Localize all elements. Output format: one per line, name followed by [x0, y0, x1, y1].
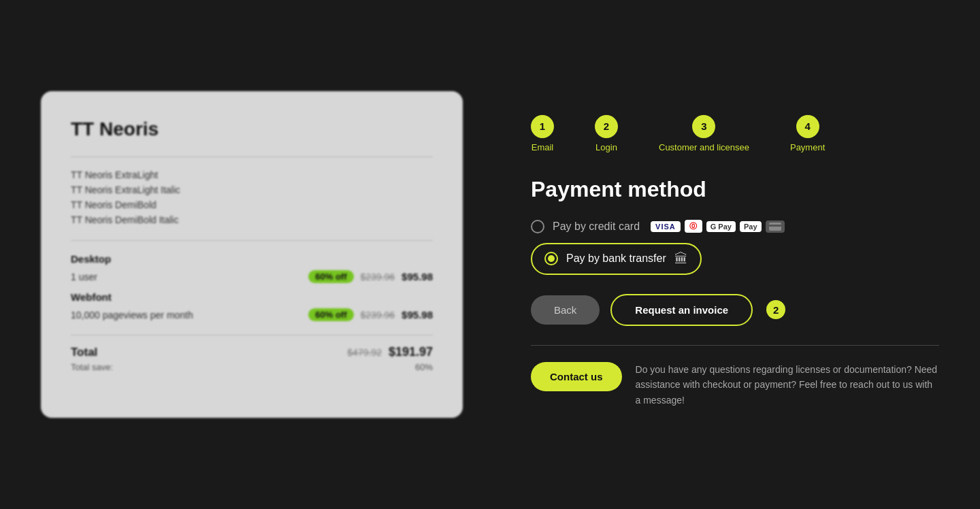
webfont-section-label: Webfont [71, 291, 433, 303]
step-2: 2 Login [595, 115, 618, 152]
variant-1: TT Neoris ExtraLight [71, 169, 433, 180]
step-2-circle: 2 [595, 115, 618, 138]
step-1-circle: 1 [531, 115, 554, 138]
request-invoice-button[interactable]: Request an invoice [610, 294, 753, 326]
divider-right [531, 345, 939, 346]
step-1-label: Email [532, 142, 554, 152]
svg-rect-1 [769, 225, 781, 227]
desktop-discount-badge: 60% off [308, 270, 353, 283]
payment-options: Pay by credit card VISA ⓪ G Pay Pay Pay … [531, 220, 939, 275]
page-container: TT Neoris TT Neoris ExtraLight TT Neoris… [0, 0, 980, 509]
font-variants-list: TT Neoris ExtraLight TT Neoris ExtraLigh… [71, 169, 433, 225]
divider-3 [71, 335, 433, 335]
visa-icon: VISA [651, 221, 681, 232]
credit-card-option[interactable]: Pay by credit card VISA ⓪ G Pay Pay [531, 220, 939, 233]
step-1: 1 Email [531, 115, 554, 152]
back-button[interactable]: Back [531, 295, 600, 325]
total-original-price: $479.92 [347, 347, 382, 358]
radio-inner-dot [548, 255, 555, 262]
action-buttons-row: Back Request an invoice 2 [531, 294, 939, 326]
desktop-user-label: 1 user [71, 272, 97, 282]
total-row: Total $479.92 $191.97 [71, 345, 433, 359]
divider-2 [71, 240, 433, 241]
contact-text: Do you have any questions regarding lice… [636, 362, 939, 408]
bank-transfer-option[interactable]: Pay by bank transfer 🏛 [531, 243, 702, 275]
bank-transfer-radio[interactable] [544, 252, 558, 265]
variant-3: TT Neoris DemiBold [71, 199, 433, 210]
step-4-circle: 4 [796, 115, 819, 138]
variant-2: TT Neoris ExtraLight Italic [71, 184, 433, 195]
divider-1 [71, 157, 433, 157]
desktop-pricing: 60% off $239.96 $95.98 [308, 270, 433, 283]
step-3-label: Customer and licensee [659, 142, 749, 152]
total-prices: $479.92 $191.97 [347, 345, 433, 359]
webfont-user-label: 10,000 pageviews per month [71, 310, 193, 321]
contact-row: Contact us Do you have any questions reg… [531, 362, 939, 408]
save-row: Total save: 60% [71, 362, 433, 372]
save-percent: 60% [415, 362, 433, 372]
webfont-pricing: 60% off $239.96 $95.98 [308, 308, 433, 321]
step-3: 3 Customer and licensee [659, 115, 749, 152]
desktop-current-price: $95.98 [402, 271, 433, 282]
variant-4: TT Neoris DemiBold Italic [71, 214, 433, 225]
contact-us-button[interactable]: Contact us [531, 362, 622, 391]
webfont-line-item: 10,000 pageviews per month 60% off $239.… [71, 308, 433, 321]
webfont-original-price: $239.96 [361, 310, 395, 321]
desktop-original-price: $239.96 [361, 272, 395, 282]
total-label: Total [71, 346, 97, 359]
bank-transfer-label: Pay by bank transfer [566, 252, 666, 265]
credit-card-icons: VISA ⓪ G Pay Pay [651, 220, 784, 233]
gpay-icon: G Pay [706, 221, 736, 232]
step-badge-2: 2 [766, 300, 785, 319]
credit-card-label: Pay by credit card [553, 220, 640, 233]
webfont-discount-badge: 60% off [308, 308, 353, 321]
order-summary-card: TT Neoris TT Neoris ExtraLight TT Neoris… [41, 91, 463, 418]
step-4: 4 Payment [790, 115, 825, 152]
right-panel: 1 Email 2 Login 3 Customer and licensee … [531, 101, 939, 408]
total-current-price: $191.97 [389, 345, 433, 359]
webfont-current-price: $95.98 [402, 309, 433, 321]
applepay-icon: Pay [740, 221, 762, 232]
save-label: Total save: [71, 362, 113, 372]
generic-card-icon [766, 220, 785, 233]
mastercard-icon: ⓪ [685, 220, 702, 233]
step-2-label: Login [595, 142, 617, 152]
font-title: TT Neoris [71, 118, 433, 140]
step-4-label: Payment [790, 142, 825, 152]
step-3-circle: 3 [692, 115, 715, 138]
steps-row: 1 Email 2 Login 3 Customer and licensee … [531, 115, 939, 152]
bank-icon: 🏛 [674, 251, 688, 267]
desktop-section-label: Desktop [71, 253, 433, 265]
desktop-line-item: 1 user 60% off $239.96 $95.98 [71, 270, 433, 283]
payment-method-heading: Payment method [531, 177, 939, 202]
credit-card-radio[interactable] [531, 220, 544, 233]
